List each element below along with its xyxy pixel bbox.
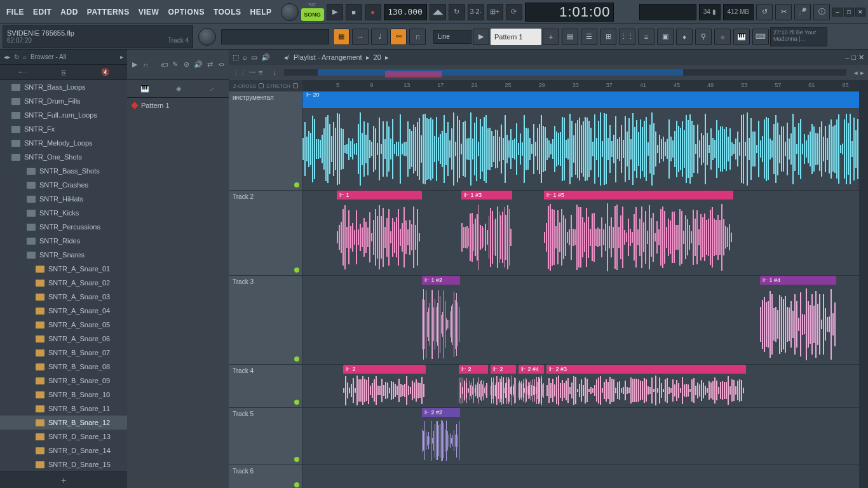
info-icon[interactable]: ⓘ (813, 4, 830, 20)
audio-clip[interactable]: ⊩ 2 (459, 365, 488, 407)
typing-keyboard-button[interactable]: ⌨ (752, 29, 769, 45)
menu-options[interactable]: OPTIONS (164, 5, 208, 19)
snap-selector[interactable]: Line (433, 30, 471, 44)
piano-roll-button[interactable]: ♩ (371, 29, 388, 45)
stop-button[interactable]: ■ (346, 4, 362, 20)
track-header[interactable]: Track 2 (229, 191, 302, 275)
timeline-ruler[interactable]: 591317212529333741454953576165 (302, 80, 859, 92)
close-button[interactable]: ✕ (855, 8, 865, 17)
browser-item[interactable]: SNTR_Full..rum_Loops (0, 108, 127, 122)
pattern-selector[interactable]: Pattern 1 (491, 29, 541, 45)
chevron-right-icon[interactable]: ▸ (120, 53, 123, 60)
arrow-down-icon[interactable]: ↓ (273, 69, 276, 76)
browser-item[interactable]: SNTR_A_Snare_04 (0, 304, 127, 318)
select-tool-icon[interactable]: ⬚ (233, 53, 239, 62)
audio-clip[interactable]: ⊩ 1 (337, 191, 422, 275)
wait-input-button[interactable]: ↻ (449, 4, 465, 20)
audio-clip[interactable] (302, 99, 859, 190)
track-mute-dot[interactable] (294, 356, 299, 362)
browser-add-button[interactable]: + (0, 471, 127, 488)
step-seq-button[interactable]: → (352, 29, 369, 45)
slip-icon[interactable]: ⇔ (218, 60, 225, 70)
browser-item[interactable]: SNTR_HiHats (0, 192, 127, 206)
browser-item[interactable]: SNTR_B_Snare_12 (0, 416, 127, 430)
minimize-button[interactable]: – (832, 8, 843, 17)
menu-view[interactable]: VIEW (135, 5, 163, 19)
view-browser-button[interactable]: ≡ (638, 29, 654, 45)
browser-item[interactable]: SNTR_A_Snare_06 (0, 332, 127, 346)
stretch-toggle[interactable] (293, 83, 298, 88)
loop-rec-button[interactable]: ⟳ (506, 4, 522, 20)
playlist-minimize-icon[interactable]: – (845, 53, 849, 62)
view-channelrack-button[interactable]: ⊞ (600, 29, 616, 45)
scissors-icon[interactable]: ✂ (775, 4, 792, 20)
track-mute-dot[interactable] (294, 457, 299, 462)
track-lane[interactable] (302, 465, 859, 488)
pattern-list[interactable]: Pattern 1 (127, 98, 229, 488)
zoom-tool-icon[interactable]: ⌕ (243, 53, 247, 61)
tempo-display[interactable]: 130.000 (384, 4, 427, 20)
browser-tree[interactable]: SNTR_Bass_LoopsSNTR_Drum_FillsSNTR_Full.… (0, 80, 127, 488)
countdown-button[interactable]: 3⸱2⸱ (468, 4, 484, 20)
grid-icon[interactable]: ⋮⋮ (233, 69, 247, 77)
browser-item[interactable]: SNTR_A_Snare_05 (0, 318, 127, 332)
browser-item[interactable]: SNTR_Melody_Loops (0, 136, 127, 150)
play-icon[interactable]: ▶ (131, 60, 138, 70)
browser-item[interactable]: SNTR_D_Snare_14 (0, 444, 127, 458)
browser-item[interactable]: SNTR_Crashes (0, 178, 127, 192)
audio-clip[interactable]: ⊩ 2 (343, 365, 426, 407)
menu-help[interactable]: HELP (247, 5, 276, 19)
browser-item[interactable]: SNTR_Snares (0, 248, 127, 262)
browser-item[interactable]: SNTR_B_Snare_10 (0, 388, 127, 402)
speaker-preview-icon[interactable]: 🔊 (261, 53, 270, 62)
shuffle-icon[interactable]: ⇄ (207, 60, 214, 70)
automation-icon[interactable]: ⟋ (208, 85, 215, 93)
scroll-left-icon[interactable]: ◂ (854, 69, 858, 77)
maximize-button[interactable]: □ (844, 8, 854, 17)
track-mute-dot[interactable] (294, 482, 299, 487)
track-lane[interactable] (302, 92, 859, 190)
browser-item[interactable]: SNTR_B_Snare_11 (0, 402, 127, 416)
audio-clip[interactable]: ⊩ 2 #2 (422, 408, 460, 464)
play-button[interactable]: ▶ (327, 4, 343, 20)
menu-patterns[interactable]: PATTERNS (83, 5, 133, 19)
refresh-icon[interactable]: ↻ (14, 53, 19, 60)
pattern-plus-button[interactable]: + (543, 29, 559, 45)
track-mute-dot[interactable] (294, 182, 299, 187)
audio-clip[interactable]: ⊩ 2 #3 (546, 365, 746, 407)
browser-item[interactable]: SNTR_Kicks (0, 206, 127, 220)
view-pianoroll-button[interactable]: ☰ (581, 29, 597, 45)
track-lane[interactable]: ⊩ 1 #2⊩ 1 #4 (302, 276, 859, 364)
midi-settings-button[interactable]: 🎹 (733, 29, 750, 45)
audio-clip[interactable]: ⊩ 1 #3 (461, 191, 512, 275)
track-lane[interactable]: ⊩ 1⊩ 1 #3⊩ 1 #5 (302, 191, 859, 275)
track-header[interactable]: инструментал (229, 92, 302, 190)
brush-icon[interactable]: ✎ (172, 60, 179, 70)
view-mixer-button[interactable]: ⋮⋮ (619, 29, 635, 45)
playlist-maximize-icon[interactable]: □ (851, 53, 856, 62)
track-lane[interactable]: ⊩ 2⊩ 2⊩ 2⊩ 2 #4⊩ 2 #3 (302, 365, 859, 407)
collapse-icon[interactable]: ◂▸ (4, 53, 10, 60)
link-button[interactable]: ⚯ (390, 29, 407, 45)
browser-item[interactable]: SNTR_Bass_Shots (0, 164, 127, 178)
menu-tools[interactable]: TOOLS (210, 5, 245, 19)
browser-item[interactable]: SNTR_B_Snare_07 (0, 346, 127, 360)
track-header[interactable]: Track 6 (229, 465, 302, 488)
track-mute-dot[interactable] (294, 268, 299, 273)
tempo-tap-button[interactable]: ♦ (676, 29, 693, 45)
browser-item[interactable]: SNTR_One_Shots (0, 150, 127, 164)
browser-item[interactable]: SNTR_A_Snare_03 (0, 290, 127, 304)
browser-item[interactable]: SNTR_Drum_Fills (0, 94, 127, 108)
track-header[interactable]: Track 3 (229, 276, 302, 364)
track-lane[interactable]: ⊩ 2 #2 (302, 408, 859, 464)
undo-history-button[interactable]: ↺ (756, 4, 773, 20)
browser-item[interactable]: SNTR_Bass_Loops (0, 80, 127, 94)
metronome-button[interactable]: ◢◣ (430, 4, 446, 20)
wave-icon[interactable]: 〰 (249, 69, 256, 76)
tag-icon[interactable]: 🏷 (161, 60, 168, 70)
browser-item[interactable]: SNTR_A_Snare_01 (0, 262, 127, 276)
magnet-icon[interactable]: ∩ (142, 60, 149, 70)
audio-clip[interactable]: ⊩ 1 #5 (544, 191, 733, 275)
browser-back-icon[interactable]: ←⸱ (18, 68, 27, 76)
browser-item[interactable]: SNTR_A_Snare_02 (0, 276, 127, 290)
